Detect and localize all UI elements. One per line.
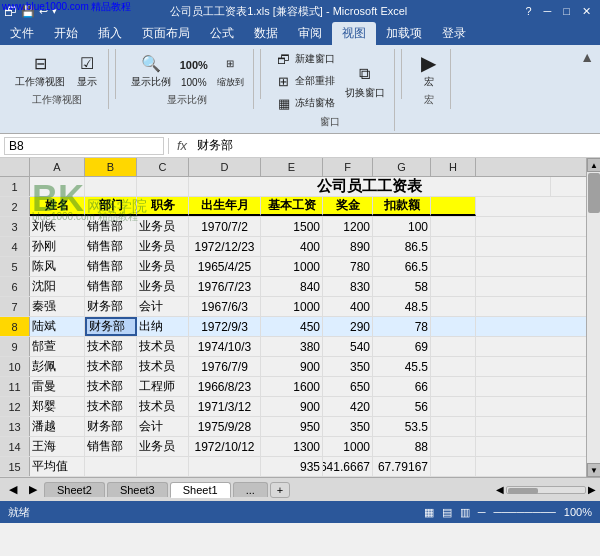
arrange-all-button[interactable]: ⊞ 全部重排 (273, 71, 338, 91)
cell-d14[interactable]: 1972/10/12 (189, 437, 261, 456)
cell-b11[interactable]: 技术部 (85, 377, 137, 396)
cell-h13[interactable] (431, 417, 476, 436)
cell-g5[interactable]: 66.5 (373, 257, 431, 276)
cell-h9[interactable] (431, 337, 476, 356)
cell-reference-box[interactable] (4, 137, 164, 155)
sheet-tab-more[interactable]: ... (233, 482, 268, 497)
cell-f12[interactable]: 420 (323, 397, 373, 416)
cell-e7[interactable]: 1000 (261, 297, 323, 316)
cell-d11[interactable]: 1966/8/23 (189, 377, 261, 396)
cell-g7[interactable]: 48.5 (373, 297, 431, 316)
col-header-g[interactable]: G (373, 158, 431, 176)
quick-undo[interactable]: ↩ (39, 5, 48, 18)
formula-input[interactable] (195, 138, 596, 154)
freeze-panes-button[interactable]: ▦ 冻结窗格 (273, 93, 338, 113)
cell-d13[interactable]: 1975/9/28 (189, 417, 261, 436)
cell-e6[interactable]: 840 (261, 277, 323, 296)
cell-d7[interactable]: 1967/6/3 (189, 297, 261, 316)
cell-e9[interactable]: 380 (261, 337, 323, 356)
tab-login[interactable]: 登录 (432, 22, 476, 45)
scroll-thumb[interactable] (588, 173, 600, 213)
quick-save[interactable]: 💾 (21, 5, 35, 18)
cell-a6[interactable]: 沈阳 (30, 277, 85, 296)
cell-c10[interactable]: 技术员 (137, 357, 189, 376)
cell-f9[interactable]: 540 (323, 337, 373, 356)
show-button[interactable]: ☑ 显示 (72, 49, 102, 91)
cell-f4[interactable]: 890 (323, 237, 373, 256)
cell-h12[interactable] (431, 397, 476, 416)
sheet-tab-sheet1[interactable]: Sheet1 (170, 482, 231, 498)
cell-b2[interactable]: 部门 (85, 197, 137, 216)
ribbon-collapse[interactable]: ▲ (580, 49, 594, 65)
scroll-up-button[interactable]: ▲ (587, 158, 600, 172)
cell-d8[interactable]: 1972/9/3 (189, 317, 261, 336)
cell-c12[interactable]: 技术员 (137, 397, 189, 416)
zoom-100-button[interactable]: 100% 100% (178, 51, 210, 90)
sheet-tab-sheet2[interactable]: Sheet2 (44, 482, 105, 497)
tab-pagelayout[interactable]: 页面布局 (132, 22, 200, 45)
tab-insert[interactable]: 插入 (88, 22, 132, 45)
sheet-tab-sheet3[interactable]: Sheet3 (107, 482, 168, 497)
cell-e15[interactable]: 935 (261, 457, 323, 476)
cell-g10[interactable]: 45.5 (373, 357, 431, 376)
cell-e14[interactable]: 1300 (261, 437, 323, 456)
cell-c5[interactable]: 业务员 (137, 257, 189, 276)
cell-b8[interactable]: 财务部 (85, 317, 137, 336)
zoom-button[interactable]: 🔍 显示比例 (128, 49, 174, 91)
cell-e8[interactable]: 450 (261, 317, 323, 336)
tab-home[interactable]: 开始 (44, 22, 88, 45)
cell-h7[interactable] (431, 297, 476, 316)
cell-c6[interactable]: 业务员 (137, 277, 189, 296)
zoom-slider[interactable]: ──────── (494, 506, 556, 518)
h-scroll-track[interactable] (506, 486, 586, 494)
cell-g6[interactable]: 58 (373, 277, 431, 296)
switch-window-button[interactable]: ⧉ 切换窗口 (342, 60, 388, 102)
cell-d4[interactable]: 1972/12/23 (189, 237, 261, 256)
col-header-h[interactable]: H (431, 158, 476, 176)
cell-e13[interactable]: 950 (261, 417, 323, 436)
sheet-tab-add[interactable]: + (270, 482, 290, 498)
cell-b14[interactable]: 销售部 (85, 437, 137, 456)
scroll-down-button[interactable]: ▼ (587, 463, 600, 477)
cell-f2[interactable]: 奖金 (323, 197, 373, 216)
cell-h15[interactable] (431, 457, 476, 476)
cell-d10[interactable]: 1976/7/9 (189, 357, 261, 376)
col-header-c[interactable]: C (137, 158, 189, 176)
cell-e5[interactable]: 1000 (261, 257, 323, 276)
help-button[interactable]: ? (520, 5, 536, 18)
col-header-e[interactable]: E (261, 158, 323, 176)
col-header-f[interactable]: F (323, 158, 373, 176)
cell-c8[interactable]: 出纳 (137, 317, 189, 336)
minimize-button[interactable]: ─ (539, 5, 557, 18)
cell-f7[interactable]: 400 (323, 297, 373, 316)
close-button[interactable]: ✕ (577, 5, 596, 18)
col-header-a[interactable]: A (30, 158, 85, 176)
sheet-nav-left[interactable]: ◀ (4, 482, 22, 497)
new-window-button[interactable]: 🗗 新建窗口 (273, 49, 338, 69)
cell-h4[interactable] (431, 237, 476, 256)
tab-review[interactable]: 审阅 (288, 22, 332, 45)
cell-a14[interactable]: 王海 (30, 437, 85, 456)
cell-e10[interactable]: 900 (261, 357, 323, 376)
maximize-button[interactable]: □ (558, 5, 575, 18)
cell-g8[interactable]: 78 (373, 317, 431, 336)
cell-a1[interactable] (30, 177, 85, 196)
col-header-d[interactable]: D (189, 158, 261, 176)
cell-b15[interactable] (85, 457, 137, 476)
cell-h2[interactable] (431, 197, 476, 216)
cell-d2[interactable]: 出生年月 (189, 197, 261, 216)
cell-f14[interactable]: 1000 (323, 437, 373, 456)
tab-formulas[interactable]: 公式 (200, 22, 244, 45)
col-header-b[interactable]: B (85, 158, 137, 176)
cell-b10[interactable]: 技术部 (85, 357, 137, 376)
cell-d15[interactable] (189, 457, 261, 476)
cell-a4[interactable]: 孙刚 (30, 237, 85, 256)
cell-e12[interactable]: 900 (261, 397, 323, 416)
cell-a11[interactable]: 雷曼 (30, 377, 85, 396)
cell-e2[interactable]: 基本工资 (261, 197, 323, 216)
cell-b3[interactable]: 销售部 (85, 217, 137, 236)
cell-a12[interactable]: 郑婴 (30, 397, 85, 416)
cell-a8[interactable]: 陆斌 (30, 317, 85, 336)
cell-c13[interactable]: 会计 (137, 417, 189, 436)
cell-b12[interactable]: 技术部 (85, 397, 137, 416)
